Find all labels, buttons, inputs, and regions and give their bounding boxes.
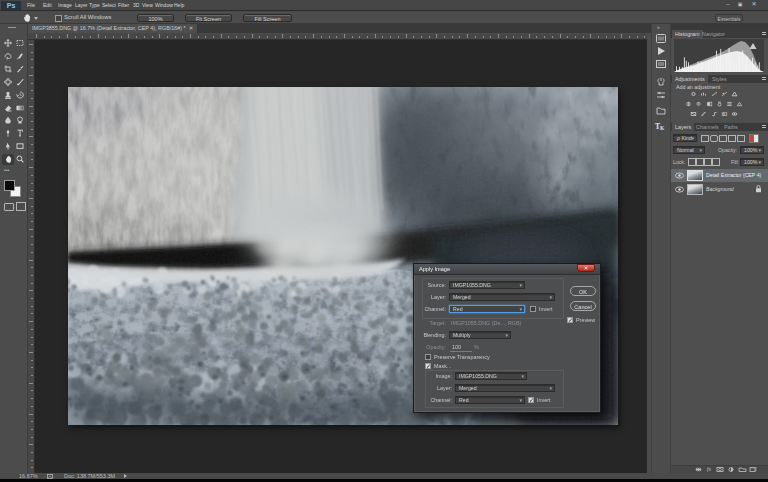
svg-text:fx: fx — [707, 467, 712, 472]
